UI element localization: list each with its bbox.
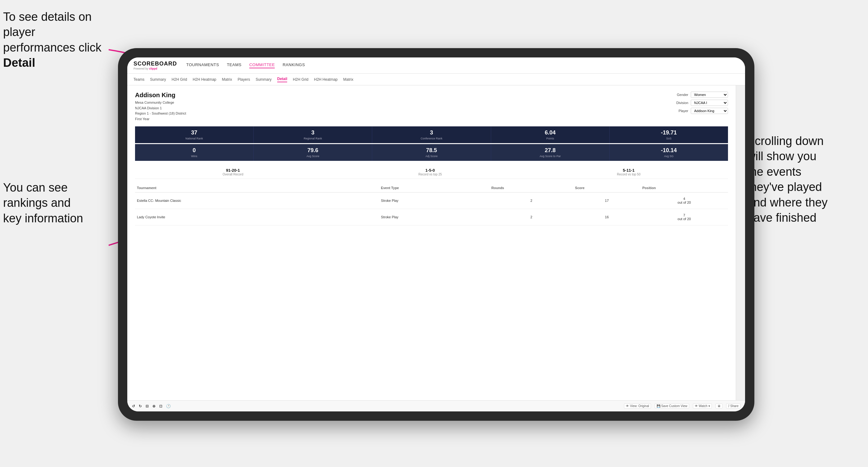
filter-gender-row: Gender Women [677, 92, 728, 98]
position-1: 4out of 20 [641, 192, 728, 209]
clock-icon[interactable]: 🕐 [166, 404, 171, 408]
share-button[interactable]: ⤴ Share [726, 403, 740, 409]
nav-committee[interactable]: COMMITTEE [249, 62, 275, 68]
division-select[interactable]: NJCAA I [691, 100, 728, 106]
fit-icon[interactable]: ⊡ [159, 404, 162, 408]
gender-select[interactable]: Women [691, 92, 728, 98]
view-original-button[interactable]: 👁 View: Original [624, 403, 651, 409]
save-custom-view-label: Save Custom View [661, 404, 687, 408]
sub-nav-summary2[interactable]: Summary [255, 77, 271, 82]
record-top25-value: 1-5-0 [418, 168, 442, 173]
col-score: Score [573, 184, 641, 192]
zoom-in-icon[interactable]: ⊕ [152, 404, 156, 408]
logo-scoreboard: SCOREBOARD [133, 61, 177, 67]
record-top50-label: Record vs top 50 [617, 173, 641, 176]
stat-conference-rank-value: 3 [374, 129, 489, 136]
stat-conference-rank: 3 Conference Rank [372, 126, 491, 143]
sub-nav-detail[interactable]: Detail [277, 77, 287, 82]
sub-nav-players[interactable]: Players [238, 77, 250, 82]
annotation-bottom-left-text: You can seerankings andkey information [3, 181, 83, 225]
annotation-bold: Detail [3, 56, 35, 69]
stat-national-rank-label: National Rank [136, 137, 252, 140]
filter-player-row: Player Addison King [679, 108, 728, 114]
record-top25-label: Record vs top 25 [418, 173, 442, 176]
stats-row2: 0 Wins 79.6 Avg Score 78.5 Adj Score 2 [135, 144, 728, 161]
stat-points-label: Points [493, 137, 608, 140]
position-2: 7out of 20 [641, 209, 728, 225]
event-type-1: Stroke Play [379, 192, 490, 209]
side-panel [736, 85, 745, 400]
sub-nav-summary[interactable]: Summary [150, 77, 166, 82]
stat-sos-value: -19.71 [611, 129, 726, 136]
annotation-right: Scrolling downwill show youthe eventsthe… [747, 133, 865, 225]
save-custom-view-button[interactable]: 💾 Save Custom View [655, 403, 689, 409]
score-1: 17 [573, 192, 641, 209]
undo-icon[interactable]: ↺ [132, 404, 135, 408]
redo-icon[interactable]: ↻ [139, 404, 142, 408]
filter-division-row: Division NJCAA I [676, 100, 728, 106]
col-tournament: Tournament [135, 184, 379, 192]
annotation-top-left-text: To see details on player performances cl… [3, 10, 101, 69]
stat-adj-score-value: 78.5 [374, 147, 489, 154]
stat-avg-score-value: 79.6 [255, 147, 370, 154]
tablet: SCOREBOARD Powered by clippd TOURNAMENTS… [118, 48, 754, 421]
stat-sos-label: SoS [611, 137, 726, 140]
sub-nav-h2h-heatmap[interactable]: H2H Heatmap [193, 77, 216, 82]
watch-button[interactable]: 👁 Watch ▾ [693, 403, 712, 409]
player-name: Addison King [135, 92, 186, 99]
rounds-1: 2 [490, 192, 574, 209]
record-row: 91-20-1 Overall Record 1-5-0 Record vs t… [135, 165, 728, 179]
sub-nav-h2h-grid2[interactable]: H2H Grid [293, 77, 308, 82]
nav-tournaments[interactable]: TOURNAMENTS [186, 62, 219, 68]
player-college: Mesa Community College [135, 100, 186, 105]
share-label: ⤴ Share [728, 404, 739, 408]
sub-nav-teams[interactable]: Teams [133, 77, 144, 82]
player-region: Region 1 - Southwest (18) District [135, 111, 186, 117]
record-overall: 91-20-1 Overall Record [223, 168, 243, 176]
main-content: Addison King Mesa Community College NJCA… [127, 85, 745, 400]
stat-wins: 0 Wins [135, 144, 254, 161]
record-top25: 1-5-0 Record vs top 25 [418, 168, 442, 176]
zoom-out-icon[interactable]: ⊟ [146, 404, 149, 408]
nav-items: TOURNAMENTS TEAMS COMMITTEE RANKINGS [186, 62, 305, 68]
player-year: First Year [135, 117, 186, 122]
screen-icon: 🖥 [717, 404, 720, 408]
annotation-right-text: Scrolling downwill show youthe eventsthe… [747, 134, 828, 224]
logo-area: SCOREBOARD Powered by clippd [133, 61, 177, 70]
player-filters: Gender Women Division NJCAA I [676, 92, 728, 122]
sub-nav-matrix2[interactable]: Matrix [343, 77, 353, 82]
table-header-row: Tournament Event Type Rounds Score Posit… [135, 184, 728, 192]
top-nav: SCOREBOARD Powered by clippd TOURNAMENTS… [127, 57, 745, 73]
save-icon: 💾 [657, 404, 660, 408]
score-2: 16 [573, 209, 641, 225]
view-original-label: View: Original [630, 404, 649, 408]
stat-regional-rank-label: Regional Rank [255, 137, 370, 140]
tournament-name-1: Estella CC- Mountain Classic [135, 192, 379, 209]
logo-powered: Powered by clippd [133, 67, 177, 70]
nav-rankings[interactable]: RANKINGS [282, 62, 305, 68]
stat-regional-rank: 3 Regional Rank [254, 126, 372, 143]
stat-wins-label: Wins [136, 155, 252, 158]
sub-nav: Teams Summary H2H Grid H2H Heatmap Matri… [127, 73, 745, 85]
screen-button[interactable]: 🖥 [716, 403, 722, 409]
stat-avg-score-par-label: Avg Score to Par [493, 155, 608, 158]
col-event-type: Event Type [379, 184, 490, 192]
annotation-bottom-left: You can seerankings andkey information [3, 180, 105, 226]
view-original-icon: 👁 [626, 404, 629, 408]
player-division: NJCAA Division 1 [135, 105, 186, 111]
stat-national-rank-value: 37 [136, 129, 252, 136]
record-top50-value: 5-11-1 [617, 168, 641, 173]
stat-points: 6.04 Points [491, 126, 610, 143]
player-info: Addison King Mesa Community College NJCA… [135, 92, 186, 122]
stat-national-rank: 37 National Rank [135, 126, 254, 143]
player-select[interactable]: Addison King [691, 108, 728, 114]
table-row: Lady Coyote Invite Stroke Play 2 16 7out… [135, 209, 728, 225]
col-rounds: Rounds [490, 184, 574, 192]
sub-nav-h2h-grid[interactable]: H2H Grid [172, 77, 187, 82]
sub-nav-h2h-heatmap2[interactable]: H2H Heatmap [314, 77, 337, 82]
stat-adj-score-label: Adj Score [374, 155, 489, 158]
player-label: Player [679, 109, 688, 113]
watch-label: 👁 Watch ▾ [695, 404, 710, 408]
nav-teams[interactable]: TEAMS [227, 62, 242, 68]
sub-nav-matrix[interactable]: Matrix [222, 77, 232, 82]
